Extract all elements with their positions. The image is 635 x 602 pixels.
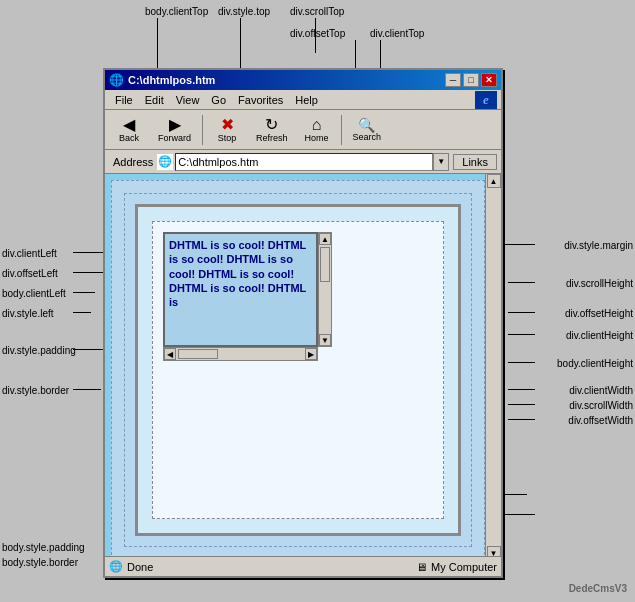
scroll-thumb-h[interactable]: [178, 349, 218, 359]
address-bar: Address 🌐 ▼ Links: [105, 150, 501, 174]
content-scrollbar-v[interactable]: ▲ ▼: [485, 174, 501, 560]
title-bar: 🌐 C:\dhtmlpos.htm ─ □ ✕: [105, 70, 501, 90]
menu-favorites[interactable]: Favorites: [232, 94, 289, 106]
annotation-div-style-margin: div.style.margin: [564, 240, 633, 251]
search-button[interactable]: 🔍 Search: [346, 115, 389, 145]
annotation-div-scroll-top: div.scrollTop: [290, 6, 344, 17]
page-outer: DHTML is so cool! DHTML is so cool! DHTM…: [111, 180, 485, 560]
refresh-label: Refresh: [256, 133, 288, 143]
toolbar: ◀ Back ▶ Forward ✖ Stop ↻ Refresh ⌂ Home…: [105, 110, 501, 150]
computer-zone: My Computer: [431, 561, 497, 573]
scroll-down-arrow[interactable]: ▼: [319, 334, 331, 346]
annotation-div-style-top: div.style.top: [218, 6, 270, 17]
search-label: Search: [353, 132, 382, 142]
home-label: Home: [305, 133, 329, 143]
page-margin: DHTML is so cool! DHTML is so cool! DHTM…: [124, 193, 472, 547]
back-button[interactable]: ◀ Back: [109, 114, 149, 146]
dhtml-text: DHTML is so cool! DHTML is so cool! DHTM…: [165, 234, 316, 313]
content-scroll-up[interactable]: ▲: [487, 174, 501, 188]
back-icon: ◀: [123, 117, 135, 133]
scrollbar-horizontal[interactable]: ◀ ▶: [163, 347, 318, 361]
menu-edit[interactable]: Edit: [139, 94, 170, 106]
annotation-body-client-left: body.clientLeft: [2, 288, 66, 299]
computer-icon: 🖥: [416, 561, 427, 573]
forward-button[interactable]: ▶ Forward: [151, 114, 198, 146]
close-button[interactable]: ✕: [481, 73, 497, 87]
annotation-div-offset-top: div.offsetTop: [290, 28, 345, 39]
status-text: Done: [127, 561, 416, 573]
annotation-div-style-padding: div.style.padding: [2, 345, 76, 356]
status-bar: 🌐 Done 🖥 My Computer: [105, 556, 501, 576]
address-label: Address: [109, 156, 157, 168]
menu-help[interactable]: Help: [289, 94, 324, 106]
annotation-div-offset-height: div.offsetHeight: [565, 308, 633, 319]
stop-label: Stop: [218, 133, 237, 143]
menu-bar: File Edit View Go Favorites Help e: [105, 90, 501, 110]
minimize-button[interactable]: ─: [445, 73, 461, 87]
annotation-div-offset-width: div.offsetWidth: [568, 415, 633, 426]
address-input[interactable]: [178, 156, 430, 168]
back-label: Back: [119, 133, 139, 143]
scroll-right-arrow[interactable]: ▶: [305, 348, 317, 360]
annotation-div-scroll-width: div.scrollWidth: [569, 400, 633, 411]
home-icon: ⌂: [312, 117, 322, 133]
search-icon: 🔍: [358, 118, 375, 132]
stop-button[interactable]: ✖ Stop: [207, 114, 247, 146]
menu-go[interactable]: Go: [205, 94, 232, 106]
page-padding: DHTML is so cool! DHTML is so cool! DHTM…: [138, 207, 458, 533]
annotation-body-style-padding: body.style.padding: [2, 542, 85, 553]
menu-view[interactable]: View: [170, 94, 206, 106]
annotation-body-style-border: body.style.border: [2, 557, 78, 568]
maximize-button[interactable]: □: [463, 73, 479, 87]
annotation-div-client-width: div.clientWidth: [569, 385, 633, 396]
inner-div: DHTML is so cool! DHTML is so cool! DHTM…: [152, 221, 444, 519]
annotation-div-offset-left: div.offsetLeft: [2, 268, 58, 279]
annotation-div-style-border: div.style.border: [2, 385, 69, 396]
annotation-div-scroll-height: div.scrollHeight: [566, 278, 633, 289]
watermark: DedeCmsV3: [569, 583, 627, 594]
browser-title: C:\dhtmlpos.htm: [128, 74, 445, 86]
scroll-up-arrow[interactable]: ▲: [319, 233, 331, 245]
scroll-left-arrow[interactable]: ◀: [164, 348, 176, 360]
status-icon: 🌐: [109, 560, 123, 573]
refresh-icon: ↻: [265, 117, 278, 133]
address-input-wrap: [175, 153, 433, 171]
home-button[interactable]: ⌂ Home: [297, 114, 337, 146]
annotation-body-client-height: body.clientHeight: [557, 358, 633, 369]
content-area: DHTML is so cool! DHTML is so cool! DHTM…: [105, 174, 501, 576]
menu-file[interactable]: File: [109, 94, 139, 106]
annotation-div-client-left: div.clientLeft: [2, 248, 57, 259]
forward-label: Forward: [158, 133, 191, 143]
annotation-body-client-top: body.clientTop: [145, 6, 208, 17]
annotation-div-client-top-right: div.clientTop: [370, 28, 424, 39]
browser-window: 🌐 C:\dhtmlpos.htm ─ □ ✕ File Edit View G…: [103, 68, 503, 578]
scroll-content-box: DHTML is so cool! DHTML is so cool! DHTM…: [163, 232, 318, 347]
address-dropdown[interactable]: ▼: [433, 153, 449, 171]
scroll-thumb-v[interactable]: [320, 247, 330, 282]
links-button[interactable]: Links: [453, 154, 497, 170]
address-input-icon: 🌐: [157, 154, 173, 170]
refresh-button[interactable]: ↻ Refresh: [249, 114, 295, 146]
annotation-div-style-left: div.style.left: [2, 308, 54, 319]
browser-favicon: 🌐: [109, 73, 124, 87]
page-border: DHTML is so cool! DHTML is so cool! DHTM…: [135, 204, 461, 536]
annotation-div-client-height: div.clientHeight: [566, 330, 633, 341]
ie-logo: e: [475, 91, 497, 109]
status-computer: 🖥 My Computer: [416, 561, 497, 573]
forward-icon: ▶: [169, 117, 181, 133]
stop-icon: ✖: [221, 117, 234, 133]
scrollbar-vertical[interactable]: ▲ ▼: [318, 232, 332, 347]
